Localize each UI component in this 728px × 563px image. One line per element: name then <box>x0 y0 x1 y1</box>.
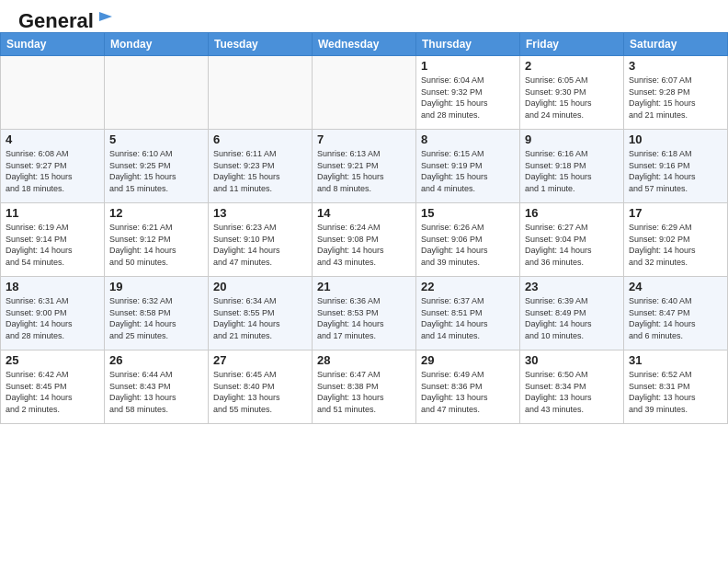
calendar-cell: 14Sunrise: 6:24 AM Sunset: 9:08 PM Dayli… <box>313 203 416 277</box>
calendar-week-row: 11Sunrise: 6:19 AM Sunset: 9:14 PM Dayli… <box>1 203 728 277</box>
calendar-header-row: SundayMondayTuesdayWednesdayThursdayFrid… <box>1 33 728 56</box>
day-info: Sunrise: 6:27 AM Sunset: 9:04 PM Dayligh… <box>525 222 619 268</box>
day-number: 9 <box>525 132 619 146</box>
calendar-cell: 8Sunrise: 6:15 AM Sunset: 9:19 PM Daylig… <box>416 130 520 203</box>
calendar-cell: 27Sunrise: 6:45 AM Sunset: 8:40 PM Dayli… <box>209 350 313 424</box>
day-info: Sunrise: 6:44 AM Sunset: 8:43 PM Dayligh… <box>109 369 203 415</box>
day-number: 2 <box>525 59 619 73</box>
day-info: Sunrise: 6:05 AM Sunset: 9:30 PM Dayligh… <box>525 75 619 121</box>
day-info: Sunrise: 6:50 AM Sunset: 8:34 PM Dayligh… <box>525 369 619 415</box>
day-number: 7 <box>317 132 411 146</box>
day-number: 5 <box>109 132 203 146</box>
calendar-cell: 7Sunrise: 6:13 AM Sunset: 9:21 PM Daylig… <box>313 130 416 203</box>
logo: General <box>18 9 114 28</box>
calendar-cell: 3Sunrise: 6:07 AM Sunset: 9:28 PM Daylig… <box>624 56 728 130</box>
day-info: Sunrise: 6:24 AM Sunset: 9:08 PM Dayligh… <box>317 222 411 268</box>
day-info: Sunrise: 6:23 AM Sunset: 9:10 PM Dayligh… <box>213 222 307 268</box>
calendar-cell: 19Sunrise: 6:32 AM Sunset: 8:58 PM Dayli… <box>105 277 209 350</box>
calendar-cell: 30Sunrise: 6:50 AM Sunset: 8:34 PM Dayli… <box>520 350 624 424</box>
calendar-cell: 29Sunrise: 6:49 AM Sunset: 8:36 PM Dayli… <box>416 350 520 424</box>
calendar-weekday-tuesday: Tuesday <box>209 33 313 56</box>
day-number: 16 <box>525 206 619 220</box>
day-info: Sunrise: 6:19 AM Sunset: 9:14 PM Dayligh… <box>6 222 99 268</box>
day-number: 6 <box>213 132 307 146</box>
day-info: Sunrise: 6:26 AM Sunset: 9:06 PM Dayligh… <box>421 222 515 268</box>
day-number: 17 <box>629 206 722 220</box>
day-info: Sunrise: 6:31 AM Sunset: 9:00 PM Dayligh… <box>6 295 99 341</box>
day-info: Sunrise: 6:21 AM Sunset: 9:12 PM Dayligh… <box>109 222 203 268</box>
calendar-cell: 24Sunrise: 6:40 AM Sunset: 8:47 PM Dayli… <box>624 277 728 350</box>
day-number: 3 <box>629 59 722 73</box>
day-info: Sunrise: 6:37 AM Sunset: 8:51 PM Dayligh… <box>421 295 515 341</box>
day-number: 22 <box>421 280 515 293</box>
day-number: 28 <box>317 353 411 367</box>
calendar-cell: 25Sunrise: 6:42 AM Sunset: 8:45 PM Dayli… <box>1 350 105 424</box>
calendar-cell: 12Sunrise: 6:21 AM Sunset: 9:12 PM Dayli… <box>105 203 209 277</box>
calendar-cell: 18Sunrise: 6:31 AM Sunset: 9:00 PM Dayli… <box>1 277 105 350</box>
calendar-cell <box>105 56 209 130</box>
day-info: Sunrise: 6:15 AM Sunset: 9:19 PM Dayligh… <box>421 148 515 194</box>
calendar-cell: 21Sunrise: 6:36 AM Sunset: 8:53 PM Dayli… <box>313 277 416 350</box>
calendar-week-row: 1Sunrise: 6:04 AM Sunset: 9:32 PM Daylig… <box>1 56 728 130</box>
calendar-cell: 15Sunrise: 6:26 AM Sunset: 9:06 PM Dayli… <box>416 203 520 277</box>
day-number: 26 <box>109 353 203 367</box>
day-info: Sunrise: 6:07 AM Sunset: 9:28 PM Dayligh… <box>629 75 722 121</box>
day-info: Sunrise: 6:32 AM Sunset: 8:58 PM Dayligh… <box>109 295 203 341</box>
day-number: 19 <box>109 280 203 293</box>
calendar-week-row: 25Sunrise: 6:42 AM Sunset: 8:45 PM Dayli… <box>1 350 728 424</box>
calendar-cell <box>209 56 313 130</box>
calendar-cell: 26Sunrise: 6:44 AM Sunset: 8:43 PM Dayli… <box>105 350 209 424</box>
day-number: 29 <box>421 353 515 367</box>
calendar-cell: 22Sunrise: 6:37 AM Sunset: 8:51 PM Dayli… <box>416 277 520 350</box>
day-number: 1 <box>421 59 515 73</box>
calendar-weekday-friday: Friday <box>520 33 624 56</box>
day-number: 31 <box>629 353 722 367</box>
calendar-weekday-wednesday: Wednesday <box>313 33 416 56</box>
logo-general-text: General <box>18 9 94 33</box>
day-number: 12 <box>109 206 203 220</box>
svg-marker-0 <box>99 12 112 21</box>
calendar-cell: 2Sunrise: 6:05 AM Sunset: 9:30 PM Daylig… <box>520 56 624 130</box>
day-info: Sunrise: 6:13 AM Sunset: 9:21 PM Dayligh… <box>317 148 411 194</box>
day-info: Sunrise: 6:39 AM Sunset: 8:49 PM Dayligh… <box>525 295 619 341</box>
calendar-cell: 11Sunrise: 6:19 AM Sunset: 9:14 PM Dayli… <box>1 203 105 277</box>
day-number: 15 <box>421 206 515 220</box>
calendar-week-row: 18Sunrise: 6:31 AM Sunset: 9:00 PM Dayli… <box>1 277 728 350</box>
day-number: 8 <box>421 132 515 146</box>
calendar-cell: 16Sunrise: 6:27 AM Sunset: 9:04 PM Dayli… <box>520 203 624 277</box>
day-number: 4 <box>6 132 99 146</box>
day-number: 27 <box>213 353 307 367</box>
day-info: Sunrise: 6:47 AM Sunset: 8:38 PM Dayligh… <box>317 369 411 415</box>
day-number: 21 <box>317 280 411 293</box>
calendar-cell: 13Sunrise: 6:23 AM Sunset: 9:10 PM Dayli… <box>209 203 313 277</box>
calendar-cell: 5Sunrise: 6:10 AM Sunset: 9:25 PM Daylig… <box>105 130 209 203</box>
day-info: Sunrise: 6:40 AM Sunset: 8:47 PM Dayligh… <box>629 295 722 341</box>
calendar-cell: 9Sunrise: 6:16 AM Sunset: 9:18 PM Daylig… <box>520 130 624 203</box>
day-info: Sunrise: 6:29 AM Sunset: 9:02 PM Dayligh… <box>629 222 722 268</box>
calendar-cell: 20Sunrise: 6:34 AM Sunset: 8:55 PM Dayli… <box>209 277 313 350</box>
day-info: Sunrise: 6:52 AM Sunset: 8:31 PM Dayligh… <box>629 369 722 415</box>
calendar-cell: 31Sunrise: 6:52 AM Sunset: 8:31 PM Dayli… <box>624 350 728 424</box>
page-container: General SundayMondayTuesdayWednesdayThur… <box>0 0 728 424</box>
calendar-table: SundayMondayTuesdayWednesdayThursdayFrid… <box>0 32 728 424</box>
day-info: Sunrise: 6:11 AM Sunset: 9:23 PM Dayligh… <box>213 148 307 194</box>
day-info: Sunrise: 6:34 AM Sunset: 8:55 PM Dayligh… <box>213 295 307 341</box>
day-info: Sunrise: 6:16 AM Sunset: 9:18 PM Dayligh… <box>525 148 619 194</box>
calendar-cell <box>1 56 105 130</box>
day-info: Sunrise: 6:45 AM Sunset: 8:40 PM Dayligh… <box>213 369 307 415</box>
header: General <box>0 0 728 32</box>
day-number: 14 <box>317 206 411 220</box>
calendar-cell <box>313 56 416 130</box>
calendar-cell: 23Sunrise: 6:39 AM Sunset: 8:49 PM Dayli… <box>520 277 624 350</box>
calendar-weekday-sunday: Sunday <box>1 33 105 56</box>
day-number: 20 <box>213 280 307 293</box>
calendar-cell: 17Sunrise: 6:29 AM Sunset: 9:02 PM Dayli… <box>624 203 728 277</box>
calendar-cell: 1Sunrise: 6:04 AM Sunset: 9:32 PM Daylig… <box>416 56 520 130</box>
calendar-cell: 6Sunrise: 6:11 AM Sunset: 9:23 PM Daylig… <box>209 130 313 203</box>
calendar-week-row: 4Sunrise: 6:08 AM Sunset: 9:27 PM Daylig… <box>1 130 728 203</box>
day-number: 23 <box>525 280 619 293</box>
day-info: Sunrise: 6:08 AM Sunset: 9:27 PM Dayligh… <box>6 148 99 194</box>
day-number: 18 <box>6 280 99 293</box>
logo-flag-icon <box>97 10 114 30</box>
calendar-weekday-saturday: Saturday <box>624 33 728 56</box>
